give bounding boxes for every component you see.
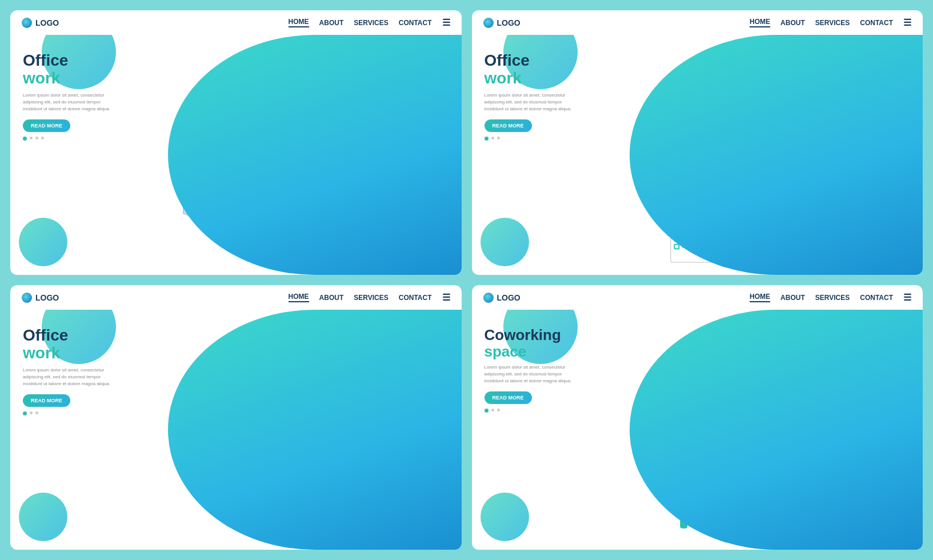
nav-links-2: HOME ABOUT SERVICES CONTACT ☰ xyxy=(750,17,911,28)
navbar-4: LOGO HOME ABOUT SERVICES CONTACT ☰ xyxy=(472,285,923,310)
hamburger-3[interactable]: ☰ xyxy=(442,292,450,303)
card-text-4: Coworking space Lorem ipsum dolor sit am… xyxy=(484,327,576,413)
nav-home-4[interactable]: HOME xyxy=(750,293,770,302)
blob-1b xyxy=(19,218,67,266)
dot-1-3 xyxy=(35,137,38,139)
card-4: LOGO HOME ABOUT SERVICES CONTACT ☰ Cowor… xyxy=(472,285,923,550)
logo-1: LOGO xyxy=(22,18,59,28)
nav-contact-2[interactable]: CONTACT xyxy=(860,19,893,27)
blob-4b xyxy=(480,493,529,541)
teal-bg-4 xyxy=(630,310,923,550)
dots-2 xyxy=(484,137,576,141)
lorem-1: Lorem ipsum dolor sit amet, consectetur … xyxy=(23,92,114,113)
dot-2-active xyxy=(484,137,488,141)
title-3b: work xyxy=(23,345,114,362)
nav-services-4[interactable]: SERVICES xyxy=(815,294,850,302)
logo-dot-4 xyxy=(483,293,494,303)
nav-home-2[interactable]: HOME xyxy=(750,18,770,27)
dot-2-3 xyxy=(497,137,500,139)
lorem-2: Lorem ipsum dolor sit amet, consectetur … xyxy=(484,92,576,113)
dot-4-3 xyxy=(497,409,500,411)
nav-services-1[interactable]: SERVICES xyxy=(354,19,388,27)
card-3: LOGO HOME ABOUT SERVICES CONTACT ☰ Offic… xyxy=(10,285,462,550)
nav-about-1[interactable]: ABOUT xyxy=(319,19,344,27)
dot-4-active xyxy=(484,409,488,413)
dot-3-3 xyxy=(35,411,38,414)
dot-4-2 xyxy=(491,409,494,411)
dot-1-active xyxy=(23,137,27,141)
teal-bg-1 xyxy=(168,35,461,275)
dot-2-2 xyxy=(491,137,494,139)
dot-1-2 xyxy=(30,137,33,139)
nav-about-2[interactable]: ABOUT xyxy=(780,19,805,27)
dots-1 xyxy=(23,137,114,141)
read-more-2[interactable]: READ MORE xyxy=(484,119,532,132)
lorem-4: Lorem ipsum dolor sit amet, consectetur … xyxy=(484,364,576,385)
blob-3b xyxy=(19,493,67,541)
logo-2: LOGO xyxy=(483,18,520,28)
card-1: LOGO HOME ABOUT SERVICES CONTACT ☰ Offic… xyxy=(10,10,462,275)
dot-3-active xyxy=(23,411,27,415)
read-more-3[interactable]: READ MORE xyxy=(23,394,70,407)
nav-contact-1[interactable]: CONTACT xyxy=(399,19,432,27)
title-1a: Office xyxy=(23,52,114,70)
dot-3-2 xyxy=(30,411,33,414)
logo-text-4: LOGO xyxy=(497,293,520,302)
card-body-3: Office work Lorem ipsum dolor sit amet, … xyxy=(10,310,462,550)
nav-links-4: HOME ABOUT SERVICES CONTACT ☰ xyxy=(750,292,911,303)
nav-about-4[interactable]: ABOUT xyxy=(780,294,805,302)
card-text-1: Office work Lorem ipsum dolor sit amet, … xyxy=(23,52,114,141)
dots-3 xyxy=(23,411,114,415)
nav-services-2[interactable]: SERVICES xyxy=(815,19,850,27)
card-body-2: Office work Lorem ipsum dolor sit amet, … xyxy=(472,35,923,275)
title-2a: Office xyxy=(484,52,576,70)
nav-home-3[interactable]: HOME xyxy=(289,293,309,302)
teal-bg-2 xyxy=(630,35,923,275)
logo-3: LOGO xyxy=(22,293,59,303)
card-text-2: Office work Lorem ipsum dolor sit amet, … xyxy=(484,52,576,141)
nav-home-1[interactable]: HOME xyxy=(289,18,309,27)
logo-dot-3 xyxy=(22,293,32,303)
logo-text-3: LOGO xyxy=(35,293,59,302)
navbar-1: LOGO HOME ABOUT SERVICES CONTACT ☰ xyxy=(10,10,462,35)
read-more-1[interactable]: READ MORE xyxy=(23,119,70,132)
nav-links-3: HOME ABOUT SERVICES CONTACT ☰ xyxy=(289,292,450,303)
logo-text-1: LOGO xyxy=(35,18,59,27)
card-body-4: Coworking space Lorem ipsum dolor sit am… xyxy=(472,310,923,550)
logo-dot-2 xyxy=(483,18,494,28)
nav-links-1: HOME ABOUT SERVICES CONTACT ☰ xyxy=(289,17,450,28)
title-4b: space xyxy=(484,343,576,360)
dot-1-4 xyxy=(41,137,44,139)
logo-text-2: LOGO xyxy=(497,18,520,27)
dots-4 xyxy=(484,409,576,413)
nav-about-3[interactable]: ABOUT xyxy=(319,294,344,302)
nav-contact-4[interactable]: CONTACT xyxy=(860,294,893,302)
card-text-3: Office work Lorem ipsum dolor sit amet, … xyxy=(23,327,114,415)
read-more-4[interactable]: READ MORE xyxy=(484,391,532,404)
card-2: LOGO HOME ABOUT SERVICES CONTACT ☰ Offic… xyxy=(472,10,923,275)
title-1b: work xyxy=(23,70,114,87)
blob-2b xyxy=(480,218,529,266)
nav-services-3[interactable]: SERVICES xyxy=(354,294,388,302)
lorem-3: Lorem ipsum dolor sit amet, consectetur … xyxy=(23,367,114,387)
title-3a: Office xyxy=(23,327,114,345)
teal-bg-3 xyxy=(168,310,461,550)
title-2b: work xyxy=(484,70,576,87)
nav-contact-3[interactable]: CONTACT xyxy=(399,294,432,302)
card-body-1: Office work Lorem ipsum dolor sit amet, … xyxy=(10,35,462,275)
navbar-3: LOGO HOME ABOUT SERVICES CONTACT ☰ xyxy=(10,285,462,310)
logo-4: LOGO xyxy=(483,293,520,303)
logo-dot-1 xyxy=(22,18,32,28)
navbar-2: LOGO HOME ABOUT SERVICES CONTACT ☰ xyxy=(472,10,923,35)
hamburger-1[interactable]: ☰ xyxy=(442,17,450,28)
hamburger-4[interactable]: ☰ xyxy=(903,292,911,303)
hamburger-2[interactable]: ☰ xyxy=(903,17,911,28)
title-4a: Coworking xyxy=(484,327,576,343)
